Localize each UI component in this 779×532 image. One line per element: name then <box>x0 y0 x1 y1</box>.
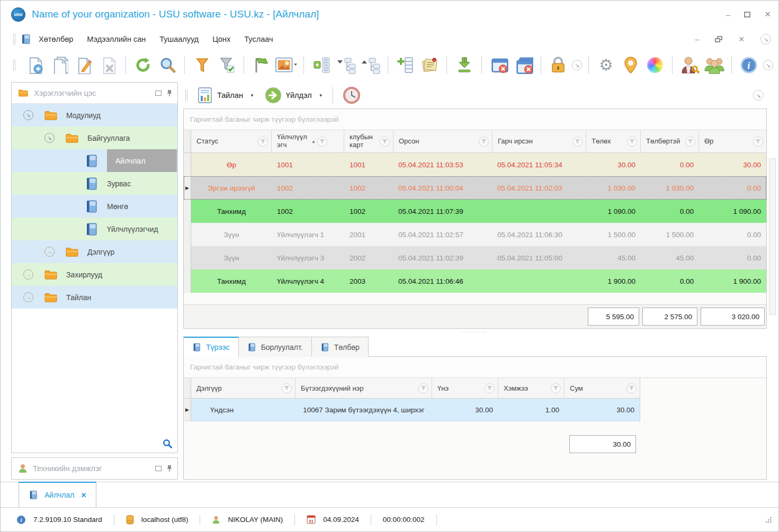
grid-row[interactable]: Өр1001100105.04.2021 11:03:5305.04.2021 … <box>184 153 766 176</box>
filter-icon[interactable] <box>258 137 268 147</box>
tree-search-icon[interactable] <box>163 439 172 448</box>
close-button[interactable]: ✕ <box>764 10 771 19</box>
support-panel[interactable]: Техникийн дэмжлэг <box>11 457 178 480</box>
menu-program[interactable]: Хөтөлбөр <box>39 35 73 43</box>
toolbar-overflow-icon[interactable]: ↘ <box>572 60 582 70</box>
user-permissions-icon[interactable] <box>679 54 700 76</box>
expand-node-icon[interactable]: → <box>23 269 33 279</box>
grid-row-selected[interactable]: ▶ Эргэж ирээгүй1002100205.04.2021 11:00:… <box>184 176 766 200</box>
filter-apply-icon[interactable] <box>216 54 237 76</box>
filter-icon[interactable] <box>753 137 763 147</box>
tree-item-reports[interactable]: → Тайлан <box>12 286 177 309</box>
panel-overflow-icon[interactable]: ↘ <box>753 90 764 101</box>
resize-grip[interactable] <box>765 516 772 524</box>
tab-sales[interactable]: Борлуулалт. <box>239 337 312 357</box>
tab-rent[interactable]: Түрээс <box>183 337 239 357</box>
filter-icon[interactable] <box>485 383 495 393</box>
expand-node-icon[interactable]: → <box>44 247 55 257</box>
menu-overflow-button[interactable]: ↘ <box>760 34 771 44</box>
menu-commands[interactable]: Тушаалууд <box>159 35 199 43</box>
expand-tree-icon[interactable] <box>360 54 381 76</box>
tree-item-clients[interactable]: Үйлчлүүлэгчид <box>12 218 177 240</box>
filter-icon[interactable] <box>418 383 428 393</box>
action-menu-button[interactable]: Үйлдэл <box>286 91 312 100</box>
column-client[interactable]: Үйлчлүүлэгч▲ <box>272 130 344 152</box>
info-icon[interactable]: i <box>738 54 759 76</box>
column-entered[interactable]: Орсон <box>393 130 493 152</box>
column-paid[interactable]: Төлбөртэй <box>641 130 699 152</box>
group-by-hint[interactable]: Гарчигтай баганыг чирж түүгээр бүлэглээр… <box>184 357 766 378</box>
copy-document-icon[interactable] <box>48 54 69 76</box>
filter-icon[interactable] <box>380 137 390 147</box>
tree-item-organization[interactable]: ↘ Байгууллага <box>12 127 177 149</box>
doc-tab-visits[interactable]: Айлчлал ✕ <box>19 482 96 507</box>
group-by-hint[interactable]: Гарчигтай баганыг чирж түүгээр бүлэглээр… <box>184 109 766 130</box>
close-all-windows-icon[interactable] <box>513 54 534 76</box>
toolbar-overflow-icon[interactable]: ↘ <box>763 60 773 70</box>
menu-help[interactable]: Туслаач <box>244 35 273 43</box>
column-product[interactable]: Бүтээгдэхүүний нэр <box>296 378 432 398</box>
filter-icon[interactable] <box>282 383 292 393</box>
mdi-close-button[interactable]: ✕ <box>738 35 745 43</box>
tree-item-money[interactable]: Мөнгө <box>12 195 177 218</box>
splitter-handle[interactable]: ········· <box>183 329 767 335</box>
tree-item-messages[interactable]: Зурвас <box>12 172 177 195</box>
detail-row-selected[interactable]: ▶ Үндсэн 10067 Зарим бүтээгдэхүүн 4, шир… <box>184 399 640 421</box>
collapse-node-icon[interactable]: ↘ <box>44 133 55 143</box>
column-status[interactable]: Статус <box>191 130 272 152</box>
refresh-icon[interactable] <box>132 54 154 76</box>
filter-icon[interactable] <box>317 137 327 147</box>
menu-database[interactable]: Мэдээллийн сан <box>87 35 146 43</box>
flag-icon[interactable] <box>250 54 272 76</box>
mdi-restore-button[interactable] <box>715 36 722 42</box>
grid-row[interactable]: ТанхимдҮйлчлүүлэгч 4200305.04.2021 11:06… <box>184 269 766 293</box>
close-tab-icon[interactable]: ✕ <box>80 491 86 499</box>
menu-window[interactable]: Цонх <box>212 35 230 43</box>
column-sum[interactable]: Сум <box>565 378 640 398</box>
filter-icon[interactable] <box>479 137 489 147</box>
clock-icon[interactable] <box>343 86 361 104</box>
column-debt[interactable]: Өр <box>699 130 766 152</box>
notes-icon[interactable] <box>419 54 440 76</box>
grid-row[interactable]: ЗүүнҮйлчлүүлэгч 1200105.04.2021 11:02:57… <box>184 223 766 246</box>
maximize-button[interactable] <box>744 12 750 17</box>
minimize-button[interactable]: – <box>726 10 730 19</box>
expand-list-icon[interactable] <box>310 54 332 76</box>
grid-row[interactable]: Танхимд1002100205.04.2021 11:07:391 090.… <box>184 200 766 223</box>
add-row-icon[interactable] <box>395 54 416 76</box>
tree-item-shop[interactable]: → Дэлгүүр <box>12 240 177 263</box>
report-menu-button[interactable]: Тайлан <box>217 91 243 100</box>
filter-icon[interactable] <box>572 137 583 147</box>
mdi-minimize-button[interactable]: – <box>695 35 699 43</box>
float-panel-icon[interactable] <box>155 466 162 471</box>
column-qty[interactable]: Хэмжээ <box>498 378 565 398</box>
filter-icon[interactable] <box>627 137 637 147</box>
search-icon[interactable] <box>157 54 178 76</box>
pin-panel-icon[interactable] <box>167 89 172 97</box>
column-shop[interactable]: Дэлгүүр <box>191 378 296 398</box>
grid-row[interactable]: ЗүүнҮйлчлүүлэгч 3200205.04.2021 11:02:39… <box>184 246 766 269</box>
settings-gear-icon[interactable]: ⚙ <box>595 54 616 76</box>
expand-node-icon[interactable]: → <box>23 292 33 302</box>
filter-icon[interactable] <box>685 137 695 147</box>
tree-item-directors[interactable]: → Захирлууд <box>12 263 177 286</box>
new-document-icon[interactable] <box>24 54 45 76</box>
column-price[interactable]: Үнэ <box>432 378 498 398</box>
column-pay[interactable]: Төлөх <box>586 130 641 152</box>
column-exited[interactable]: Гарч ирсэн <box>493 130 586 152</box>
filter-icon[interactable] <box>191 54 212 76</box>
vertical-scrollbar[interactable] <box>769 158 776 315</box>
filter-icon[interactable] <box>551 383 561 393</box>
tree-item-modules[interactable]: ↘ Модулиуд <box>12 104 177 127</box>
tree-item-visits-selected[interactable]: Айлчлал <box>12 149 177 172</box>
color-wheel-icon[interactable] <box>644 54 666 76</box>
image-view-icon[interactable] <box>275 54 297 76</box>
column-card[interactable]: клубын карт <box>344 130 393 152</box>
filter-icon[interactable] <box>626 383 637 393</box>
lock-icon[interactable] <box>548 54 569 76</box>
collapse-node-icon[interactable]: ↘ <box>23 110 33 120</box>
close-window-icon[interactable] <box>488 54 509 76</box>
export-download-icon[interactable] <box>453 54 474 76</box>
delete-document-icon[interactable] <box>97 54 119 76</box>
float-panel-icon[interactable] <box>155 91 162 96</box>
